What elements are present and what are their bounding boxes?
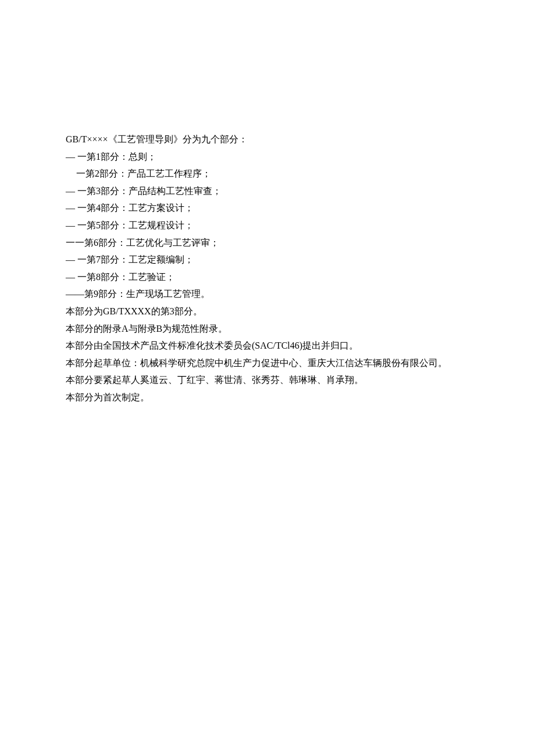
text-line: 本部分由全国技术产品文件标准化技术委员会(SAC/TCl46)提出并归口。 [66, 337, 469, 354]
text-line: — 一第7部分：工艺定额编制； [66, 251, 469, 268]
text-line: — 一第8部分：工艺验证； [66, 268, 469, 286]
text-line: 本部分起草单位：机械科学研究总院中机生产力促进中心、重庆大江信达车辆股份有限公司… [66, 354, 469, 372]
text-line: 本部分要紧起草人奚道云、丁红宇、蒋世清、张秀芬、韩琳琳、肖承翔。 [66, 371, 469, 389]
text-line: — 一第4部分：工艺方案设计； [66, 199, 469, 217]
text-line: — 一第3部分：产品结构工艺性审查； [66, 182, 469, 200]
text-line: — 一第5部分：工艺规程设计； [66, 217, 469, 234]
document-body: GB/T××××《工艺管理导则》分为九个部分： — 一第1部分：总则； 一第2部… [66, 131, 469, 406]
text-line: 一一第6部分：工艺优化与工艺评审； [66, 234, 469, 252]
text-line: — 一第1部分：总则； [66, 148, 469, 166]
text-line: GB/T××××《工艺管理导则》分为九个部分： [66, 131, 469, 148]
text-line: 一第2部分：产品工艺工作程序； [66, 165, 469, 182]
text-line: ——第9部分：生产现场工艺管理。 [66, 285, 469, 303]
text-line: 本部分为首次制定。 [66, 389, 469, 406]
text-line: 本部分的附录A与附录B为规范性附录。 [66, 320, 469, 338]
text-line: 本部分为GB/TXXXX的第3部分。 [66, 303, 469, 320]
